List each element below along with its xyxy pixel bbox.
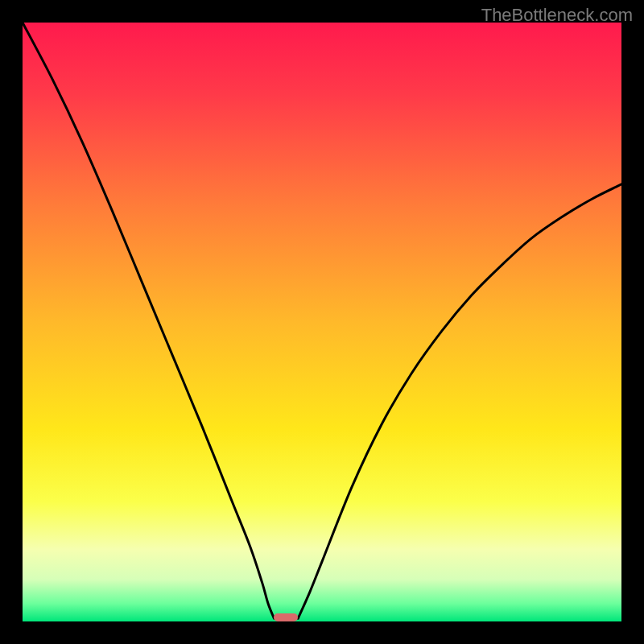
plot-area	[23, 23, 621, 621]
optimal-zone-marker	[274, 613, 298, 621]
curve-left-branch	[23, 23, 274, 618]
watermark-text: TheBottleneck.com	[481, 5, 633, 26]
bottleneck-curves	[23, 23, 621, 621]
curve-right-branch	[298, 184, 621, 618]
